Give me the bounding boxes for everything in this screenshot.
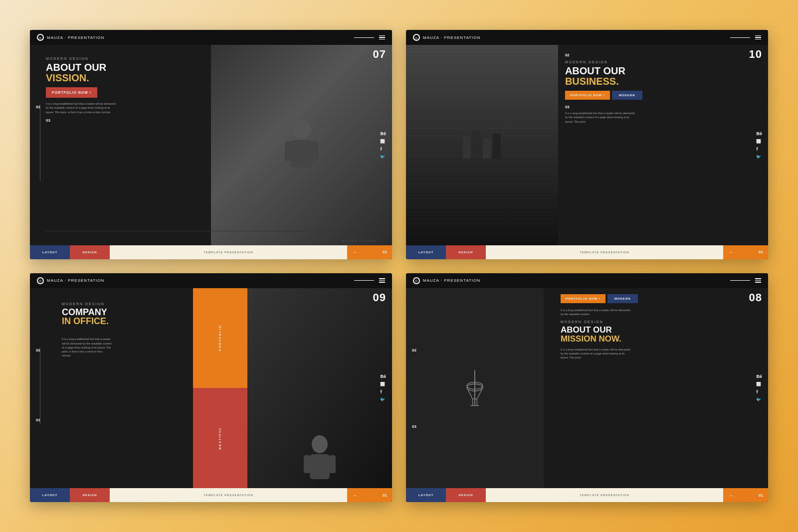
slide-3-footer: LAYOUT DESIGN TEMPLATE PRESENTATION → 01 xyxy=(30,488,392,502)
slide-3-main: 02 03 MODERN DESIGN COMPANY IN OFFICE. I… xyxy=(30,288,392,489)
twitter-icon-4: 🐦 xyxy=(756,397,762,402)
slide-3-left: 02 03 MODERN DESIGN COMPANY IN OFFICE. I… xyxy=(30,288,193,489)
footer-design-3: DESIGN xyxy=(70,488,110,502)
portfolio-btn-4[interactable]: PORTFOLIO NOW ! xyxy=(561,294,605,303)
menu-icon-4[interactable] xyxy=(755,278,761,283)
footer-arrow-2: → xyxy=(728,249,733,255)
footer-design-4: DESIGN xyxy=(446,488,486,502)
num-label-03-s2: 03 xyxy=(565,105,753,109)
behance-icon-4: Bé xyxy=(756,374,762,379)
slide-3-brand: ◎ MAUZA · PRESENTATION xyxy=(37,277,104,284)
footer-template-4: TEMPLATE PRESENTATION xyxy=(486,488,723,502)
footer-01: 01 xyxy=(383,250,387,254)
portfolio-btn[interactable]: PORTFOLIO NOW ! xyxy=(46,87,97,98)
slide-grid: ◎ MAUZA · PRESENTATION 07 02 MODERN DESI… xyxy=(0,0,798,532)
footer-arrow: → xyxy=(352,249,357,255)
instagram-icon: ⬜ xyxy=(380,139,386,144)
num-label-03: 03 xyxy=(46,118,204,123)
svg-rect-2 xyxy=(285,141,292,161)
footer-01-3: 01 xyxy=(383,493,387,498)
menu-icon-2[interactable] xyxy=(755,35,761,40)
photo-person xyxy=(211,45,392,245)
behance-icon-2: Bé xyxy=(756,131,762,136)
topbar-right xyxy=(354,35,385,40)
modern-btn-2[interactable]: MODERN xyxy=(612,91,642,100)
twitter-icon: 🐦 xyxy=(380,155,386,159)
footer-template-3: TEMPLATE PRESENTATION xyxy=(110,488,347,502)
slide-1-body: 07 02 MODERN DESIGN ABOUT OUR VISSION. P… xyxy=(30,45,392,245)
slide-4-heading: ABOUT OUR MISSION NOW. xyxy=(561,326,753,344)
behance-icon: Bé xyxy=(380,131,386,136)
banner-beatiful: BEATIFUL xyxy=(193,388,247,488)
modern-design-label-3: MODERN DESIGN xyxy=(62,302,185,306)
topbar-line-3 xyxy=(354,280,374,281)
man-silhouette-svg xyxy=(300,433,340,488)
topbar-right-3 xyxy=(354,278,385,283)
slide-4-photo xyxy=(406,288,544,489)
slide-1-body-text: It is a long established fact that a rea… xyxy=(46,102,116,114)
behance-icon-3: Bé xyxy=(380,374,386,379)
slide-2-main: 02 MODERN DESIGN ABOUT OUR BUSINESS. POR… xyxy=(406,45,768,245)
slide-4-footer: LAYOUT DESIGN TEMPLATE PRESENTATION → 01 xyxy=(406,488,768,502)
topbar-line-2 xyxy=(730,37,750,38)
svg-rect-5 xyxy=(310,454,330,479)
slide-2-topbar: ◎ MAUZA · PRESENTATION xyxy=(406,30,768,45)
slide-3-body: 09 02 03 MODERN DESIGN COMPANY IN OFFICE… xyxy=(30,288,392,489)
modern-btn-4[interactable]: MODERN xyxy=(607,294,638,303)
svg-point-0 xyxy=(293,119,311,139)
slide-1-heading: ABOUT OUR VISSION. xyxy=(46,62,204,83)
slide-4: ◎ MAUZA · PRESENTATION 08 xyxy=(406,273,768,503)
logo-icon-3: ◎ xyxy=(37,277,44,284)
slide-4-brand: ◎ MAUZA · PRESENTATION xyxy=(413,277,480,284)
slide-4-topbar: ◎ MAUZA · PRESENTATION xyxy=(406,273,768,288)
photo-man xyxy=(247,288,392,489)
topbar-right-2 xyxy=(730,35,761,40)
slide-4-body-text-top: It is a long established fact that a rea… xyxy=(561,308,630,317)
brand-text: MAUZA · PRESENTATION xyxy=(47,35,104,40)
slide-1-photo xyxy=(211,45,392,245)
photo-dark xyxy=(406,288,544,489)
brand-text-2: MAUZA · PRESENTATION xyxy=(423,35,480,40)
slide-1: ◎ MAUZA · PRESENTATION 07 02 MODERN DESI… xyxy=(30,30,392,259)
slide-3-photo xyxy=(247,288,392,489)
social-icons-4: Bé ⬜ f 🐦 xyxy=(756,374,762,402)
instagram-icon-2: ⬜ xyxy=(756,139,762,144)
slide-3: ◎ MAUZA · PRESENTATION 09 02 03 MODERN D… xyxy=(30,273,392,503)
slide-3-topbar: ◎ MAUZA · PRESENTATION xyxy=(30,273,392,288)
logo-icon: ◎ xyxy=(37,34,44,41)
instagram-icon-4: ⬜ xyxy=(756,382,762,386)
footer-template-2: TEMPLATE PRESENTATION xyxy=(486,245,723,259)
slide-2-footer: LAYOUT DESIGN TEMPLATE PRESENTATION → 01 xyxy=(406,245,768,259)
menu-icon-3[interactable] xyxy=(379,278,385,283)
slide-2-heading: ABOUT OUR BUSINESS. xyxy=(565,66,753,87)
slide-3-heading: COMPANY IN OFFICE. xyxy=(62,308,185,327)
facebook-icon-4: f xyxy=(756,389,762,394)
slide-3-body-text: It is a long established fact that a rea… xyxy=(46,337,116,357)
footer-arrow-3: → xyxy=(352,493,357,498)
btn-row-2: PORTFOLIO NOW ! MODERN xyxy=(565,91,753,100)
twitter-icon-2: 🐦 xyxy=(756,155,762,159)
slide-1-brand: ◎ MAUZA · PRESENTATION xyxy=(37,34,104,41)
slide-1-topbar: ◎ MAUZA · PRESENTATION xyxy=(30,30,392,45)
footer-design-2: DESIGN xyxy=(446,245,486,259)
num-label-03-s4: 03 xyxy=(412,424,416,429)
portfolio-btn-2[interactable]: PORTFOLIO NOW ! xyxy=(565,91,610,100)
logo-icon-4: ◎ xyxy=(413,277,420,284)
menu-icon[interactable] xyxy=(379,35,385,40)
banner-text-1: PORTFOLIO xyxy=(218,325,221,351)
slide-1-main: 02 MODERN DESIGN ABOUT OUR VISSION. PORT… xyxy=(30,45,392,245)
slide-2-body: 10 02 MODERN xyxy=(406,45,768,245)
svg-rect-6 xyxy=(304,455,310,473)
footer-num-3: → 01 xyxy=(347,488,392,502)
vert-line xyxy=(40,105,40,181)
brand-text-4: MAUZA · PRESENTATION xyxy=(423,278,480,283)
slide-1-number: 07 xyxy=(373,48,386,61)
twitter-icon-3: 🐦 xyxy=(380,397,386,402)
topbar-right-4 xyxy=(730,278,761,283)
footer-arrow-4: → xyxy=(728,493,733,498)
footer-layout: LAYOUT xyxy=(30,245,70,259)
modern-design-label-4: MODERN DESIGN xyxy=(561,320,753,324)
topbar-line-4 xyxy=(730,280,750,281)
footer-template: TEMPLATE PRESENTATION xyxy=(110,245,347,259)
slide-2-right: 02 MODERN DESIGN ABOUT OUR BUSINESS. POR… xyxy=(558,45,768,245)
